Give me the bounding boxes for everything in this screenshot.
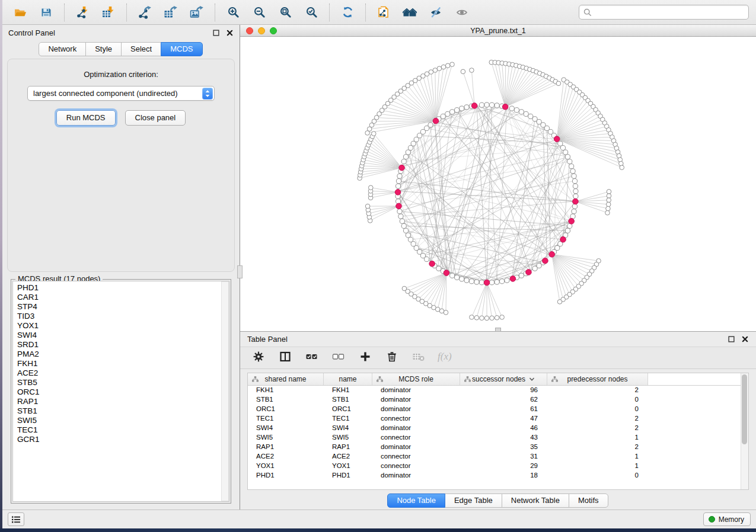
network-mcds-node[interactable] [554, 136, 560, 142]
cell-name[interactable]: TEC1 [324, 414, 372, 424]
network-node[interactable] [397, 209, 402, 214]
network-node[interactable] [469, 279, 474, 284]
cell-name[interactable]: STB1 [324, 395, 372, 405]
cell-shared-name[interactable]: TEC1 [248, 414, 324, 424]
cell-shared-name[interactable]: FKH1 [248, 386, 324, 395]
cell-shared-name[interactable]: ORC1 [248, 405, 324, 414]
network-node[interactable] [489, 102, 494, 107]
network-mcds-node[interactable] [395, 190, 401, 196]
network-node[interactable] [460, 106, 464, 111]
network-leaf-node[interactable] [606, 206, 611, 211]
table-row[interactable]: TEC1TEC1connector472 [248, 414, 748, 424]
network-leaf-node[interactable] [607, 194, 611, 198]
network-node[interactable] [509, 106, 514, 111]
network-node[interactable] [558, 141, 563, 146]
network-node[interactable] [411, 242, 416, 246]
network-node[interactable] [528, 114, 533, 118]
network-window-titlebar[interactable]: YPA_prune.txt_1 [240, 25, 756, 37]
mcds-result-item[interactable]: YOX1 [17, 321, 229, 331]
network-node[interactable] [450, 110, 455, 114]
cell-name[interactable]: FKH1 [324, 386, 372, 395]
close-panel-icon[interactable] [226, 29, 234, 37]
network-leaf-node[interactable] [605, 210, 610, 215]
network-leaf-node[interactable] [495, 316, 499, 321]
network-node[interactable] [572, 174, 576, 178]
tab-style[interactable]: Style [85, 42, 122, 56]
network-node[interactable] [454, 108, 459, 113]
network-node[interactable] [495, 280, 499, 284]
network-node[interactable] [489, 280, 494, 285]
network-leaf-node[interactable] [484, 316, 489, 321]
cell-mcds-role[interactable]: dominator [372, 395, 460, 405]
column-header-shared-name[interactable]: shared name [248, 373, 324, 385]
horizontal-splitter-handle[interactable] [495, 328, 501, 332]
float-panel-icon[interactable] [212, 29, 220, 37]
table-row[interactable]: ACE2ACE2connector311 [248, 452, 748, 462]
hide-selected-button[interactable] [425, 3, 446, 22]
tab-network-table[interactable]: Network Table [502, 493, 569, 508]
cell-successor-nodes[interactable]: 61 [460, 405, 547, 414]
network-node[interactable] [450, 273, 455, 278]
network-leaf-node[interactable] [607, 198, 611, 203]
network-leaf-node[interactable] [606, 202, 611, 207]
cell-predecessor-nodes[interactable]: 2 [547, 414, 648, 424]
column-header-mcds-role[interactable]: MCDS role [372, 373, 460, 385]
network-node[interactable] [436, 266, 441, 271]
network-node[interactable] [479, 280, 484, 285]
network-node[interactable] [401, 223, 406, 228]
network-node[interactable] [499, 279, 504, 284]
table-row[interactable]: SWI4SWI4dominator462 [248, 424, 748, 433]
network-mcds-node[interactable] [543, 258, 548, 264]
table-row[interactable]: PHD1PHD1dominator180 [248, 471, 748, 480]
tab-node-table[interactable]: Node Table [387, 493, 445, 508]
network-node[interactable] [560, 145, 565, 150]
table-row[interactable]: STB1STB1dominator620 [248, 395, 748, 405]
cell-mcds-role[interactable]: dominator [372, 424, 460, 433]
network-node[interactable] [403, 228, 408, 233]
network-node[interactable] [532, 117, 537, 121]
network-node[interactable] [565, 155, 570, 159]
mcds-result-item[interactable]: PMA2 [17, 350, 229, 359]
mcds-result-item[interactable]: FKH1 [17, 359, 229, 368]
table-scrollbar[interactable] [741, 373, 748, 489]
network-node[interactable] [408, 237, 413, 242]
cell-successor-nodes[interactable]: 46 [460, 424, 547, 433]
settings-button[interactable] [251, 350, 266, 366]
cell-successor-nodes[interactable]: 96 [460, 386, 547, 395]
cell-mcds-role[interactable]: dominator [372, 386, 460, 395]
table-row[interactable]: FKH1FKH1dominator962 [248, 386, 748, 395]
cell-predecessor-nodes[interactable]: 0 [547, 471, 648, 480]
close-table-panel-icon[interactable] [741, 335, 749, 343]
mcds-list-scrollbar[interactable] [221, 281, 229, 501]
network-node[interactable] [479, 102, 484, 107]
export-image-button[interactable] [186, 3, 208, 22]
cell-predecessor-nodes[interactable]: 1 [547, 433, 648, 443]
network-leaf-node[interactable] [490, 316, 495, 321]
network-node[interactable] [519, 273, 524, 278]
close-window-icon[interactable] [246, 27, 253, 34]
network-node[interactable] [570, 214, 575, 219]
cell-name[interactable]: ACE2 [324, 452, 372, 462]
table-scrollbar-thumb[interactable] [742, 374, 747, 444]
cell-mcds-role[interactable]: dominator [372, 405, 460, 414]
network-node[interactable] [495, 103, 499, 108]
cell-successor-nodes[interactable]: 43 [460, 433, 547, 443]
network-mcds-node[interactable] [396, 203, 402, 209]
tab-motifs[interactable]: Motifs [569, 493, 608, 508]
cell-successor-nodes[interactable]: 47 [460, 414, 547, 424]
network-node[interactable] [460, 277, 464, 281]
mcds-result-item[interactable]: STP4 [17, 302, 229, 312]
minimize-window-icon[interactable] [258, 27, 265, 34]
network-mcds-node[interactable] [510, 276, 516, 282]
add-row-button[interactable] [358, 350, 373, 366]
network-view[interactable] [240, 37, 756, 332]
mcds-result-item[interactable]: SWI5 [17, 416, 229, 425]
mcds-result-item[interactable]: STB5 [17, 378, 229, 387]
cell-shared-name[interactable]: STB1 [248, 395, 324, 405]
network-mcds-node[interactable] [560, 236, 566, 242]
network-mcds-node[interactable] [549, 251, 555, 257]
mcds-result-item[interactable]: RAP1 [17, 397, 229, 406]
mcds-result-item[interactable]: TID3 [17, 312, 229, 321]
new-network-from-selection-button[interactable] [373, 3, 394, 22]
network-node[interactable] [570, 169, 575, 174]
